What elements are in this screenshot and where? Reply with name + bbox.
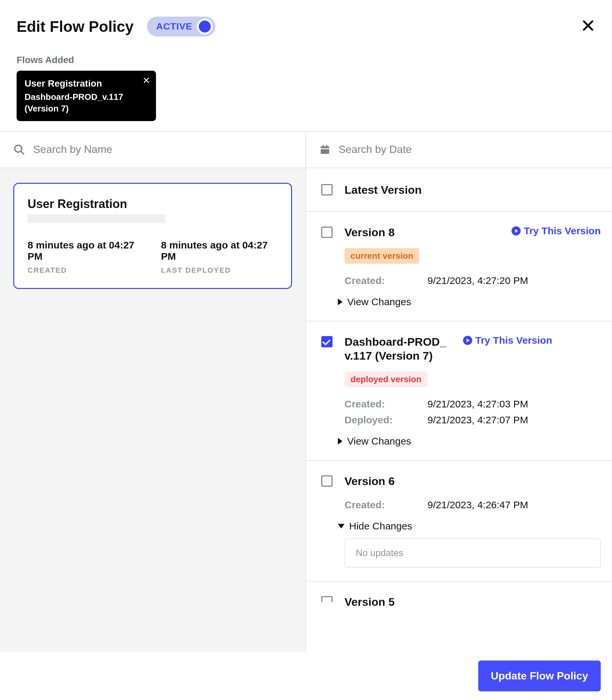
version-8-title: Version 8 xyxy=(345,225,499,240)
remove-flow-icon[interactable] xyxy=(143,77,150,84)
play-icon xyxy=(463,335,473,345)
version-7-created: 9/21/2023, 4:27:03 PM xyxy=(428,398,601,410)
svg-rect-4 xyxy=(321,148,329,149)
try-version-8-button[interactable]: Try This Version xyxy=(511,225,601,237)
version-7-deployed: 9/21/2023, 4:27:07 PM xyxy=(428,414,601,426)
view-changes-label: View Changes xyxy=(347,296,411,308)
version-latest-checkbox[interactable] xyxy=(321,184,333,196)
active-toggle-knob xyxy=(197,18,213,34)
flows-added-label: Flows Added xyxy=(17,55,595,65)
page-title: Edit Flow Policy xyxy=(17,18,134,35)
hide-changes-label: Hide Changes xyxy=(349,520,412,532)
search-by-date-row xyxy=(306,132,612,168)
deployed-key: Deployed: xyxy=(345,414,414,426)
flow-card-placeholder xyxy=(28,214,165,223)
version-7-checkbox[interactable] xyxy=(321,336,333,347)
version-8-checkbox[interactable] xyxy=(321,227,333,238)
svg-rect-6 xyxy=(326,145,328,147)
versions-list: Latest Version Version 8 Try This Versio… xyxy=(306,168,612,652)
version-6-title: Version 6 xyxy=(345,474,601,488)
changes-box-6: No updates xyxy=(345,539,601,568)
current-version-badge: current version xyxy=(345,248,419,264)
try-version-label: Try This Version xyxy=(475,335,552,346)
version-5-checkbox[interactable] xyxy=(321,596,333,602)
version-6-created: 9/21/2023, 4:26:47 PM xyxy=(428,499,601,511)
modal-footer: Update Flow Policy xyxy=(0,652,612,700)
view-changes-label: View Changes xyxy=(347,435,411,447)
view-changes-8[interactable]: View Changes xyxy=(338,296,411,308)
created-key: Created: xyxy=(345,499,414,511)
close-icon[interactable] xyxy=(581,18,595,33)
version-item-5: Version 5 xyxy=(306,582,612,609)
flow-card-title: User Registration xyxy=(28,197,278,211)
view-changes-7[interactable]: View Changes xyxy=(338,435,411,447)
modal-header: Edit Flow Policy ACTIVE Flows Added User… xyxy=(0,0,612,131)
deployed-version-badge: deployed version xyxy=(345,372,428,387)
version-item-6: Version 6 Created: 9/21/2023, 4:26:47 PM… xyxy=(306,461,612,582)
hide-changes-6[interactable]: Hide Changes xyxy=(338,520,412,532)
active-toggle-label: ACTIVE xyxy=(156,21,193,32)
version-7-title: Dashboard-PROD_ v.117 (Version 7) xyxy=(345,335,451,363)
flow-chip-subtitle: Dashboard-PROD_v.117 (Version 7) xyxy=(25,91,136,114)
try-version-7-button[interactable]: Try This Version xyxy=(463,335,552,346)
search-by-date-input[interactable] xyxy=(338,143,599,156)
version-item-7: Dashboard-PROD_ v.117 (Version 7) Try Th… xyxy=(306,322,612,461)
active-toggle[interactable]: ACTIVE xyxy=(147,17,216,37)
svg-rect-5 xyxy=(323,145,324,147)
svg-line-1 xyxy=(21,151,24,154)
search-icon xyxy=(13,144,25,156)
chevron-down-icon xyxy=(338,524,345,528)
flow-card-deployed-value: 8 minutes ago at 04:27 PM xyxy=(161,240,278,262)
version-item-latest: Latest Version xyxy=(306,168,612,212)
content-split: User Registration 8 minutes ago at 04:27… xyxy=(0,131,612,652)
try-version-label: Try This Version xyxy=(524,225,601,237)
chevron-right-icon xyxy=(338,438,343,445)
created-key: Created: xyxy=(345,275,414,286)
version-item-8: Version 8 Try This Version current versi… xyxy=(306,212,612,322)
versions-column: Latest Version Version 8 Try This Versio… xyxy=(306,132,612,652)
search-by-name-input[interactable] xyxy=(33,143,292,156)
version-8-created: 9/21/2023, 4:27:20 PM xyxy=(428,275,601,286)
chevron-right-icon xyxy=(338,299,343,305)
flow-chip: User Registration Dashboard-PROD_v.117 (… xyxy=(17,71,156,121)
version-5-title: Version 5 xyxy=(345,595,601,609)
update-flow-policy-button[interactable]: Update Flow Policy xyxy=(478,660,601,691)
flow-card-created-value: 8 minutes ago at 04:27 PM xyxy=(28,240,144,262)
flows-column: User Registration 8 minutes ago at 04:27… xyxy=(0,132,306,652)
search-by-name-row xyxy=(0,132,305,168)
version-latest-title: Latest Version xyxy=(345,183,601,197)
created-key: Created: xyxy=(345,398,414,410)
flow-chip-title: User Registration xyxy=(25,77,136,90)
version-6-checkbox[interactable] xyxy=(321,475,333,487)
flow-card-deployed-label: LAST DEPLOYED xyxy=(161,266,278,275)
calendar-icon xyxy=(319,144,331,155)
no-updates-text: No updates xyxy=(356,548,403,558)
play-icon xyxy=(511,226,521,236)
flow-card-created-label: CREATED xyxy=(28,266,144,275)
flow-card-selected[interactable]: User Registration 8 minutes ago at 04:27… xyxy=(13,183,292,289)
